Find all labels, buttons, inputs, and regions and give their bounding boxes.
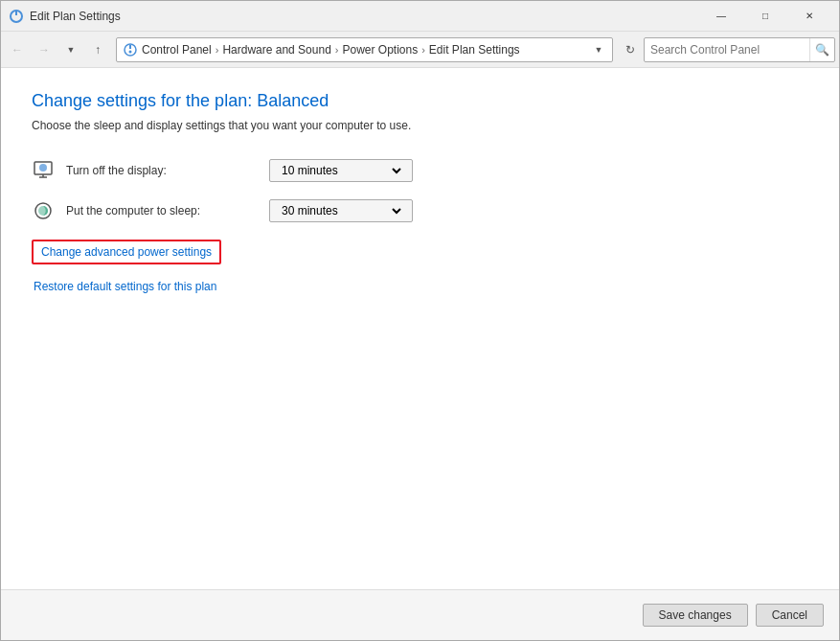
plan-title: Change settings for the plan: Balanced xyxy=(32,91,808,111)
advanced-power-settings-link[interactable]: Change advanced power settings xyxy=(32,240,221,264)
breadcrumb-control-panel[interactable]: Control Panel xyxy=(142,43,212,57)
window-title: Edit Plan Settings xyxy=(30,10,699,23)
svg-rect-1 xyxy=(15,11,17,15)
breadcrumb-sep-3: › xyxy=(421,44,425,56)
svg-point-8 xyxy=(39,164,47,172)
breadcrumb-sep-1: › xyxy=(216,44,219,56)
breadcrumb-edit-plan: Edit Plan Settings xyxy=(429,43,520,57)
search-box: 🔍 xyxy=(644,37,835,62)
back-button[interactable]: ← xyxy=(5,37,30,62)
navbar: ← → ▼ ↑ Control Panel › Hardware and Sou… xyxy=(1,32,839,68)
sleep-dropdown[interactable]: 30 minutes 1 minute 2 minutes 5 minutes … xyxy=(269,199,413,222)
search-input[interactable] xyxy=(645,43,809,57)
save-changes-button[interactable]: Save changes xyxy=(643,604,748,627)
main-window: Edit Plan Settings — □ ✕ ← → ▼ ↑ Control… xyxy=(0,0,840,641)
app-icon xyxy=(9,9,24,24)
window-controls: — □ ✕ xyxy=(699,1,831,32)
breadcrumb-hardware[interactable]: Hardware and Sound xyxy=(222,43,330,57)
address-bar: Control Panel › Hardware and Sound › Pow… xyxy=(116,37,613,62)
address-icon xyxy=(123,42,138,57)
display-dropdown[interactable]: 10 minutes 1 minute 2 minutes 5 minutes … xyxy=(269,159,413,182)
up-button[interactable]: ↑ xyxy=(85,37,110,62)
display-label: Turn off the display: xyxy=(66,164,258,177)
minimize-button[interactable]: — xyxy=(699,1,743,32)
recent-button[interactable]: ▼ xyxy=(58,37,83,62)
cancel-button[interactable]: Cancel xyxy=(756,604,824,627)
refresh-button[interactable]: ↻ xyxy=(619,37,642,62)
bottom-bar: Save changes Cancel xyxy=(1,590,839,640)
maximize-button[interactable]: □ xyxy=(743,1,787,32)
sleep-setting-row: Put the computer to sleep: 30 minutes 1 … xyxy=(32,199,808,222)
breadcrumb: Control Panel › Hardware and Sound › Pow… xyxy=(142,43,587,57)
breadcrumb-sep-2: › xyxy=(335,44,339,56)
display-setting-row: Turn off the display: 10 minutes 1 minut… xyxy=(32,159,808,182)
address-dropdown-button[interactable]: ▼ xyxy=(591,42,606,57)
display-select[interactable]: 10 minutes 1 minute 2 minutes 5 minutes … xyxy=(278,163,404,178)
search-icon[interactable]: 🔍 xyxy=(809,38,834,61)
sleep-label: Put the computer to sleep: xyxy=(66,204,258,217)
close-button[interactable]: ✕ xyxy=(787,1,831,32)
titlebar: Edit Plan Settings — □ ✕ xyxy=(1,1,839,32)
svg-rect-3 xyxy=(129,45,131,49)
content-area: Change settings for the plan: Balanced C… xyxy=(1,68,839,640)
sleep-icon xyxy=(32,199,55,222)
svg-point-4 xyxy=(129,50,132,53)
plan-subtitle: Choose the sleep and display settings th… xyxy=(32,119,808,132)
restore-defaults-link[interactable]: Restore default settings for this plan xyxy=(32,280,808,293)
display-icon xyxy=(32,159,55,182)
settings-panel: Change settings for the plan: Balanced C… xyxy=(1,68,839,589)
breadcrumb-power[interactable]: Power Options xyxy=(342,43,418,57)
sleep-select[interactable]: 30 minutes 1 minute 2 minutes 5 minutes … xyxy=(278,203,404,218)
forward-button[interactable]: → xyxy=(32,37,57,62)
